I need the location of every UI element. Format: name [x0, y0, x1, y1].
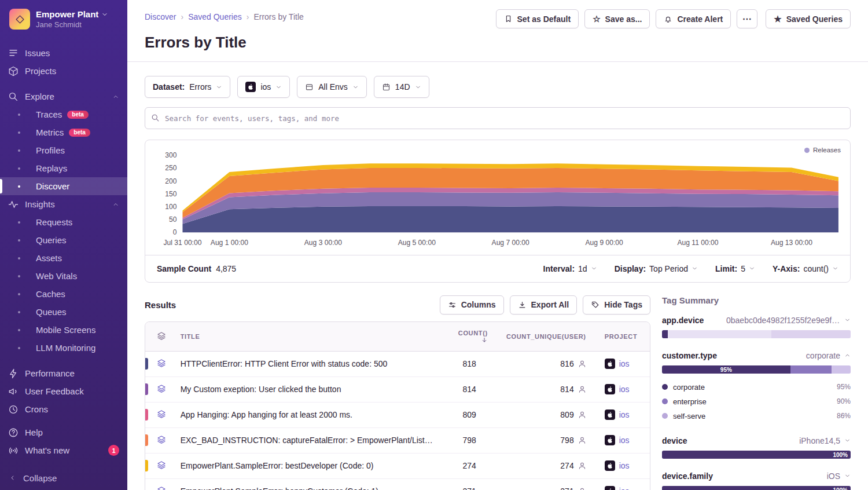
search-icon	[151, 114, 160, 122]
project-link[interactable]: ios	[605, 435, 641, 445]
count-unique-value: 814	[560, 385, 573, 394]
column-header-title[interactable]: Title	[171, 322, 442, 352]
project-filter[interactable]: ios	[237, 76, 290, 98]
sidebar-item-issues[interactable]: Issues	[0, 44, 127, 62]
results-heading: Results	[145, 300, 176, 310]
sidebar-item-assets[interactable]: Assets	[0, 249, 127, 267]
sidebar-section-insights[interactable]: Insights	[0, 195, 127, 213]
sidebar-item-requests[interactable]: Requests	[0, 213, 127, 231]
legend-label: Releases	[813, 147, 841, 153]
date-range-filter[interactable]: 14D	[374, 76, 429, 98]
table-row[interactable]: App Hanging: App hanging for at least 20…	[145, 402, 650, 427]
sidebar-item-crons[interactable]: Crons	[0, 400, 127, 418]
sidebar-item-performance[interactable]: Performance	[0, 364, 127, 382]
error-title-link[interactable]: App Hanging: App hanging for at least 20…	[171, 402, 442, 427]
sidebar-item-help[interactable]: Help	[0, 423, 127, 441]
collapse-button[interactable]: Collapse	[0, 466, 127, 490]
column-header-count-unique[interactable]: Count_unique(user)	[497, 322, 595, 352]
project-link[interactable]: ios	[605, 460, 641, 471]
interval-select[interactable]: Interval:1d	[543, 264, 597, 273]
export-all-button[interactable]: Export All	[510, 295, 578, 315]
sidebar-item-caches[interactable]: Caches	[0, 285, 127, 303]
sidebar-item-replays[interactable]: Replays	[0, 159, 127, 177]
bookmark-icon	[504, 14, 513, 23]
sidebar-item-whats-new[interactable]: What's new 1	[0, 441, 127, 459]
chart-footer: Sample Count4,875 Interval:1d Display:To…	[145, 255, 850, 282]
count-value: 798	[442, 427, 497, 453]
tag-item-percent: 86%	[837, 412, 851, 420]
sidebar-item-metrics[interactable]: Metrics beta	[0, 123, 127, 141]
sidebar-item-projects[interactable]: Projects	[0, 62, 127, 80]
stacked-area-chart[interactable]: 050100150200250300Jul 31 00:00Aug 1 00:0…	[145, 140, 850, 255]
tag-distribution-bar[interactable]	[662, 330, 851, 338]
environment-icon	[305, 83, 314, 92]
tag-item[interactable]: self-serve 86%	[662, 409, 851, 423]
breadcrumb-saved-queries[interactable]: Saved Queries	[188, 12, 242, 21]
sidebar-item-web-vitals[interactable]: Web Vitals	[0, 267, 127, 285]
bullet-icon	[18, 347, 20, 349]
tag-item[interactable]: corporate 95%	[662, 380, 851, 394]
sidebar-item-queries[interactable]: Queries	[0, 231, 127, 249]
sidebar-item-queues[interactable]: Queues	[0, 303, 127, 321]
tag-value-toggle[interactable]: iOS	[827, 471, 851, 481]
tag-block-device-family: device.family iOS 100%	[662, 471, 851, 490]
search-input[interactable]	[145, 107, 851, 129]
project-link[interactable]: ios	[605, 486, 641, 490]
search-icon	[8, 92, 19, 102]
tag-item[interactable]: enterprise 90%	[662, 394, 851, 409]
error-title-link[interactable]: HTTPClientError: HTTP Client Error with …	[171, 351, 442, 376]
project-link[interactable]: ios	[605, 409, 641, 420]
tag-value-toggle[interactable]: corporate	[806, 351, 851, 360]
table-row[interactable]: EmpowerPlant.SampleError: bestDeveloper …	[145, 453, 650, 478]
count-value: 271	[442, 478, 497, 490]
tag-distribution-bar[interactable]: 100%	[662, 486, 851, 490]
sidebar-item-traces[interactable]: Traces beta	[0, 105, 127, 123]
save-as-button[interactable]: ☆ Save as...	[584, 9, 650, 28]
breadcrumb-current: Errors by Title	[253, 12, 303, 21]
sidebar-item-discover[interactable]: Discover	[0, 177, 127, 195]
yaxis-select[interactable]: Y-Axis:count()	[773, 264, 838, 273]
create-alert-button[interactable]: Create Alert	[656, 9, 731, 28]
tag-value-toggle[interactable]: 0baebc0de4982f1255f2e9e9fb7…	[726, 316, 851, 325]
collapse-label: Collapse	[23, 473, 57, 483]
table-row[interactable]: My Custom exeption: User clicked the but…	[145, 376, 650, 402]
sidebar-section-explore[interactable]: Explore	[0, 87, 127, 105]
breadcrumb-discover[interactable]: Discover	[145, 12, 176, 21]
project-link[interactable]: ios	[605, 384, 641, 394]
table-row[interactable]: HTTPClientError: HTTP Client Error with …	[145, 351, 650, 376]
org-switcher[interactable]: Empower Plant Jane Schmidt	[0, 0, 127, 34]
set-as-default-button[interactable]: Set as Default	[496, 9, 579, 28]
environment-filter[interactable]: All Envs	[297, 76, 367, 98]
bullet-icon	[18, 275, 20, 277]
more-options-button[interactable]: ⋯	[737, 9, 757, 28]
column-header-project[interactable]: Project	[595, 322, 650, 352]
error-title-link[interactable]: EmpowerPlant.SampleError: bestDeveloper …	[171, 453, 442, 478]
limit-select[interactable]: Limit:5	[715, 264, 755, 273]
tag-distribution-bar[interactable]: 95%	[662, 365, 851, 374]
legend-releases[interactable]: Releases	[804, 147, 841, 153]
sidebar-item-llm-monitoring[interactable]: LLM Monitoring	[0, 339, 127, 357]
tag-value-toggle[interactable]: iPhone14,5	[799, 436, 851, 445]
saved-queries-button[interactable]: ★ Saved Queries	[766, 9, 851, 28]
display-select[interactable]: Display:Top Period	[615, 264, 698, 273]
dataset-filter[interactable]: Dataset: Errors	[145, 76, 230, 98]
download-icon	[518, 301, 527, 309]
column-header-count[interactable]: Count()	[442, 322, 497, 352]
error-title-link[interactable]: EXC_BAD_INSTRUCTION: captureFatalError: …	[171, 427, 442, 453]
header-actions: Set as Default ☆ Save as... Create Alert…	[496, 9, 851, 28]
columns-button[interactable]: Columns	[440, 295, 504, 315]
tag-distribution-bar[interactable]: 100%	[662, 451, 851, 459]
count-value: 809	[442, 402, 497, 427]
sidebar-item-label: Projects	[25, 66, 56, 76]
project-link[interactable]: ios	[605, 359, 641, 369]
sidebar-item-label: Help	[25, 427, 43, 437]
tag-summary-panel: Tag Summary app.device 0baebc0de4982f125…	[662, 295, 851, 490]
sidebar-item-mobile-screens[interactable]: Mobile Screens	[0, 321, 127, 339]
table-row[interactable]: EmpowerPlant.SampleError: happyCustomer …	[145, 478, 650, 490]
hide-tags-button[interactable]: Hide Tags	[583, 295, 650, 315]
error-title-link[interactable]: My Custom exeption: User clicked the but…	[171, 376, 442, 402]
error-title-link[interactable]: EmpowerPlant.SampleError: happyCustomer …	[171, 478, 442, 490]
sidebar-item-user-feedback[interactable]: User Feedback	[0, 382, 127, 400]
table-row[interactable]: EXC_BAD_INSTRUCTION: captureFatalError: …	[145, 427, 650, 453]
sidebar-item-profiles[interactable]: Profiles	[0, 141, 127, 159]
